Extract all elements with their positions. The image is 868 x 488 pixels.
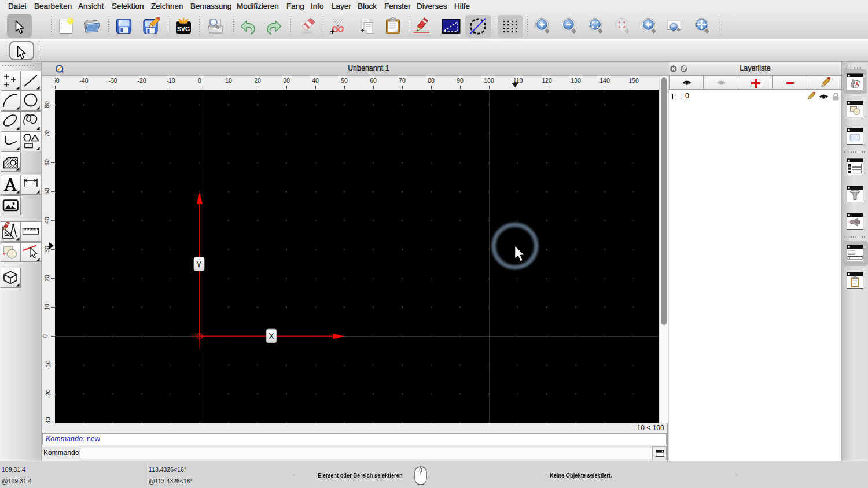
svg-text:X: X [269, 331, 274, 341]
svg-text:SVG: SVG [177, 25, 190, 32]
svg-text:Y: Y [196, 259, 202, 268]
